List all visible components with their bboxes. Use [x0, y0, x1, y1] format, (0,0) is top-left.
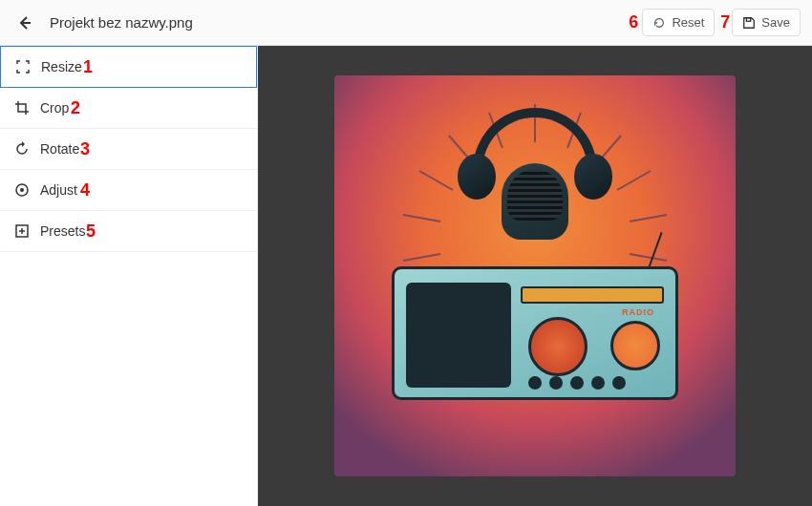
radio-text: RADIO [622, 307, 654, 317]
tool-label: Crop [40, 100, 69, 116]
annotation-3: 3 [80, 139, 90, 159]
tool-rotate[interactable]: Rotate 3 [0, 129, 257, 170]
annotation-2: 2 [71, 98, 80, 118]
radio-graphic: RADIO [392, 266, 678, 429]
filename-title: Projekt bez nazwy.png [50, 14, 629, 31]
annotation-1: 1 [83, 57, 93, 77]
svg-line-9 [630, 254, 667, 261]
svg-line-7 [617, 171, 651, 190]
header-actions: 6 Reset 7 Save [629, 9, 801, 36]
reset-icon [652, 16, 666, 30]
reset-button[interactable]: Reset [642, 9, 715, 36]
save-button[interactable]: Save [732, 9, 801, 36]
image-preview: RADIO [334, 75, 736, 476]
svg-line-13 [419, 171, 453, 190]
canvas-area[interactable]: RADIO [258, 46, 812, 506]
annotation-4: 4 [80, 180, 90, 200]
back-button[interactable] [11, 10, 38, 36]
tool-resize[interactable]: Resize 1 [0, 46, 257, 88]
svg-point-2 [20, 188, 24, 192]
microphone-graphic [502, 163, 568, 240]
tool-label: Presets [40, 223, 85, 239]
svg-rect-0 [747, 17, 751, 21]
tool-label: Resize [41, 59, 82, 74]
annotation-5: 5 [86, 221, 96, 242]
annotation-7: 7 [720, 12, 730, 32]
tool-label: Adjust [40, 182, 77, 198]
header: Projekt bez nazwy.png 6 Reset 7 Save [0, 0, 812, 46]
svg-line-14 [403, 215, 440, 221]
crop-icon [13, 99, 31, 116]
main: Resize 1 Crop 2 Rotate 3 Adjust 4 [0, 46, 812, 506]
tool-adjust[interactable]: Adjust 4 [0, 170, 257, 211]
adjust-icon [13, 181, 31, 199]
arrow-left-icon [17, 15, 32, 31]
save-icon [742, 16, 756, 30]
tool-label: Rotate [40, 141, 79, 157]
reset-label: Reset [672, 15, 704, 30]
tool-crop[interactable]: Crop 2 [0, 88, 257, 129]
save-label: Save [761, 15, 790, 30]
svg-line-15 [403, 254, 440, 261]
annotation-6: 6 [629, 12, 638, 32]
resize-icon [14, 58, 32, 75]
tool-presets[interactable]: Presets 5 [0, 211, 257, 252]
svg-line-8 [630, 215, 667, 221]
rotate-icon [13, 140, 31, 158]
presets-icon [13, 222, 31, 240]
tool-sidebar: Resize 1 Crop 2 Rotate 3 Adjust 4 [0, 46, 258, 506]
